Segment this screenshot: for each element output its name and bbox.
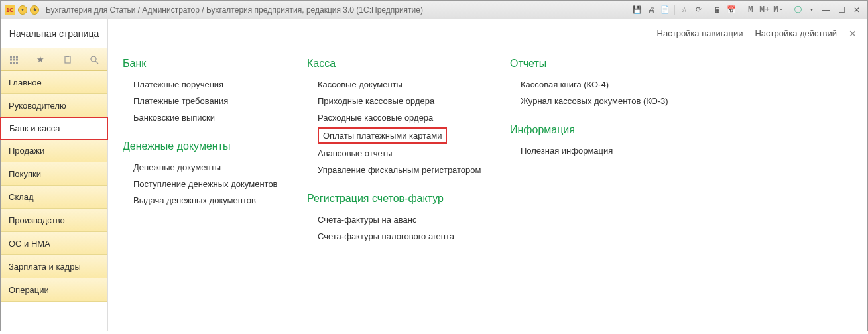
link-payment-orders[interactable]: Платежные поручения (123, 76, 300, 93)
print-icon[interactable]: 🖨 (645, 5, 657, 15)
logo-1c-icon: 1C (5, 5, 15, 15)
link-money-docs-in[interactable]: Поступление денежных документов (123, 176, 300, 192)
info-icon[interactable]: ⓘ (792, 5, 804, 15)
favorite-icon[interactable]: ☆ (678, 5, 690, 15)
sidebar-item-manager[interactable]: Руководителю (1, 94, 107, 117)
link-fiscal-registrar[interactable]: Управление фискальным регистратором (307, 162, 503, 178)
link-money-docs-out[interactable]: Выдача денежных документов (123, 192, 300, 209)
sidebar-item-salary[interactable]: Зарплата и кадры (1, 255, 107, 278)
close-button[interactable]: ✕ (850, 5, 863, 15)
link-money-docs[interactable]: Денежные документы (123, 159, 300, 176)
nav-setup-link[interactable]: Настройка навигации (657, 28, 743, 38)
document-icon[interactable]: 📄 (659, 5, 671, 15)
home-tab[interactable]: Начальная страница (1, 19, 107, 48)
sidebar-item-production[interactable]: Производство (1, 209, 107, 232)
clipboard-icon[interactable] (62, 54, 74, 66)
link-advance-invoices[interactable]: Счета-фактуры на аванс (307, 211, 503, 228)
star-circle-icon[interactable]: ★ (30, 5, 39, 15)
sidebar-item-operations[interactable]: Операции (1, 278, 107, 302)
sidebar-item-main[interactable]: Главное (1, 71, 107, 94)
link-cash-book[interactable]: Кассовая книга (КО-4) (510, 76, 702, 93)
calculator-icon[interactable]: 🖩 (712, 5, 723, 15)
link-cash-journal[interactable]: Журнал кассовых документов (КО-3) (510, 93, 702, 109)
history-icon[interactable]: ⟳ (692, 5, 704, 15)
link-card-payments[interactable]: Оплаты платежными картами (318, 127, 447, 144)
svg-point-11 (91, 56, 96, 62)
svg-rect-6 (10, 62, 12, 64)
link-advance-reports[interactable]: Авансовые отчеты (307, 145, 503, 162)
m-plus-button[interactable]: M+ (759, 5, 771, 15)
svg-line-12 (95, 61, 98, 64)
star-icon[interactable]: ★ (34, 54, 46, 66)
svg-rect-8 (16, 62, 18, 64)
link-cash-out-orders[interactable]: Расходные кассовые ордера (307, 109, 503, 126)
svg-rect-7 (13, 62, 15, 64)
sidebar-item-os-nma[interactable]: ОС и НМА (1, 232, 107, 255)
link-cash-in-orders[interactable]: Приходные кассовые ордера (307, 93, 503, 109)
svg-rect-1 (13, 56, 15, 58)
svg-rect-2 (16, 56, 18, 58)
action-setup-link[interactable]: Настройка действий (755, 28, 837, 38)
grid-icon[interactable] (8, 54, 20, 66)
section-money-docs-title: Денежные документы (123, 140, 300, 152)
main-top-bar: Настройка навигации Настройка действий ✕ (108, 19, 867, 48)
info-dropdown-icon[interactable]: ▾ (806, 5, 818, 15)
section-kassa-title: Касса (307, 58, 503, 70)
titlebar-text: Бухгалтерия для Статьи / Администратор /… (46, 5, 423, 15)
titlebar: 1C ▾ ★ Бухгалтерия для Статьи / Админист… (1, 1, 867, 19)
sidebar-item-bank-kassa[interactable]: Банк и касса (0, 117, 108, 140)
sidebar-toolbar: ★ (1, 48, 107, 71)
svg-rect-4 (13, 58, 15, 60)
save-icon[interactable]: 💾 (631, 5, 643, 15)
main-area: Настройка навигации Настройка действий ✕… (108, 19, 867, 331)
svg-rect-5 (16, 58, 18, 60)
svg-rect-0 (10, 56, 12, 58)
maximize-button[interactable]: ☐ (835, 5, 848, 15)
link-useful-info[interactable]: Полезная информация (510, 142, 702, 159)
close-panel-icon[interactable]: ✕ (849, 28, 857, 39)
sidebar-item-purchases[interactable]: Покупки (1, 162, 107, 186)
sidebar-item-warehouse[interactable]: Склад (1, 186, 107, 209)
sidebar-item-sales[interactable]: Продажи (1, 139, 107, 162)
dropdown-circle-icon[interactable]: ▾ (18, 5, 27, 15)
svg-rect-10 (66, 56, 69, 57)
search-icon[interactable] (88, 54, 100, 66)
sidebar: Начальная страница ★ Главное Руководител… (1, 19, 108, 331)
minimize-button[interactable]: — (820, 5, 833, 15)
calendar-icon[interactable]: 📅 (725, 5, 737, 15)
link-payment-demands[interactable]: Платежные требования (123, 93, 300, 109)
section-reports-title: Отчеты (510, 58, 702, 70)
link-cash-docs[interactable]: Кассовые документы (307, 76, 503, 93)
m-button[interactable]: M (745, 5, 757, 15)
section-invoice-reg-title: Регистрация счетов-фактур (307, 193, 503, 205)
section-info-title: Информация (510, 124, 702, 136)
m-minus-button[interactable]: M- (773, 5, 784, 15)
svg-rect-9 (65, 56, 70, 63)
link-bank-statements[interactable]: Банковские выписки (123, 109, 300, 126)
section-bank-title: Банк (123, 58, 300, 70)
svg-rect-3 (10, 58, 12, 60)
link-tax-agent-invoices[interactable]: Счета-фактуры налогового агента (307, 228, 503, 245)
